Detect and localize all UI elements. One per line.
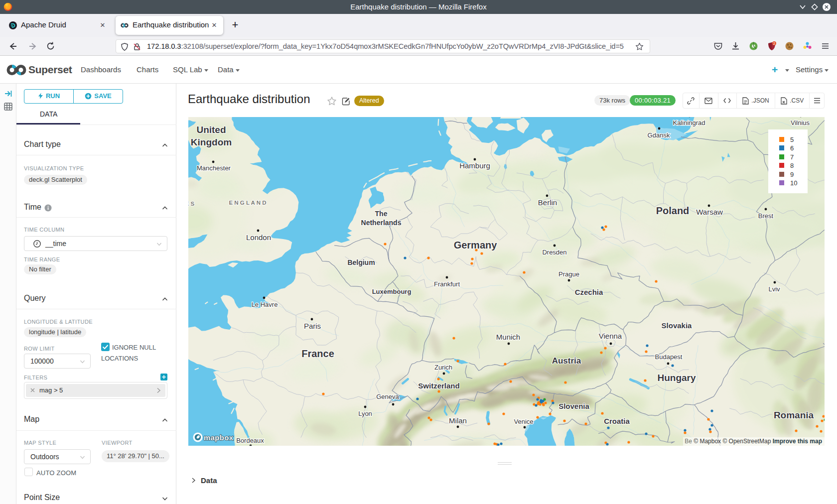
svg-text:Belgium: Belgium [347, 258, 375, 266]
svg-text:Budapest: Budapest [655, 353, 683, 361]
svg-text:2: 2 [773, 42, 775, 45]
svg-text:Luxembourg: Luxembourg [372, 288, 412, 295]
svg-text:Slovenia: Slovenia [558, 402, 589, 410]
svg-text:Austria: Austria [552, 356, 581, 366]
svg-text:France: France [301, 348, 334, 359]
svg-text:Kaliningrad: Kaliningrad [673, 119, 705, 126]
svg-text:United: United [196, 125, 226, 135]
svg-text:Milan: Milan [449, 416, 467, 425]
svg-text:E S: E S [188, 201, 195, 207]
svg-text:Vienna: Vienna [599, 332, 622, 340]
svg-text:Berlin: Berlin [538, 198, 557, 207]
svg-text:Lyon: Lyon [358, 410, 372, 417]
svg-text:Lviv: Lviv [768, 285, 780, 293]
svg-text:Romania: Romania [774, 410, 814, 420]
svg-text:Hungary: Hungary [657, 373, 696, 383]
svg-text:Hamburg: Hamburg [459, 161, 490, 170]
svg-text:Brest: Brest [758, 212, 774, 220]
svg-text:E N G L A N D: E N G L A N D [229, 200, 267, 206]
svg-text:Warsaw: Warsaw [696, 208, 723, 216]
svg-text:The: The [375, 210, 388, 218]
svg-text:Manchester: Manchester [197, 164, 231, 172]
svg-text:Gdansk: Gdansk [648, 131, 670, 139]
svg-text:Bordeaux: Bordeaux [236, 437, 264, 444]
svg-text:Dresden: Dresden [542, 249, 566, 256]
svg-text:Vilnius: Vilnius [791, 119, 810, 126]
svg-text:Geneva: Geneva [376, 393, 399, 400]
svg-text:Kingdom: Kingdom [191, 137, 232, 147]
svg-text:Le Havre: Le Havre [252, 301, 278, 308]
svg-text:Zurich: Zurich [434, 364, 452, 371]
svg-text:Switzerland: Switzerland [418, 381, 459, 390]
svg-text:Poland: Poland [656, 205, 690, 216]
svg-text:Slovakia: Slovakia [662, 321, 693, 330]
svg-text:Frankfurt: Frankfurt [434, 280, 460, 288]
svg-text:Prague: Prague [558, 270, 579, 278]
svg-text:Munich: Munich [496, 333, 520, 341]
svg-text:London: London [246, 233, 271, 242]
svg-text:Netherlands: Netherlands [361, 219, 402, 227]
svg-text:Croatia: Croatia [604, 417, 630, 425]
svg-text:Czechia: Czechia [575, 288, 603, 296]
svg-text:Venice: Venice [514, 418, 533, 425]
svg-text:mapbox: mapbox [204, 433, 234, 442]
svg-text:Paris: Paris [304, 322, 321, 330]
svg-text:Germany: Germany [454, 240, 498, 251]
